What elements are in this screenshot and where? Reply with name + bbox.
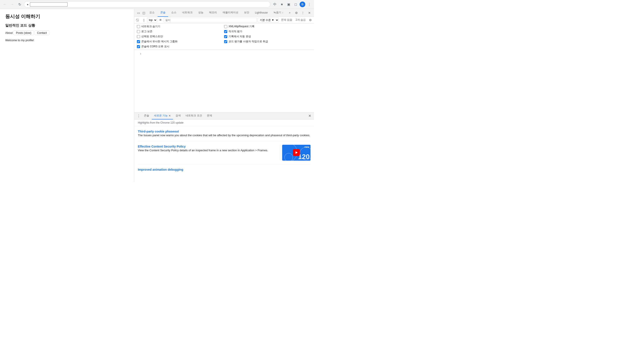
search-icon[interactable]: ◫ bbox=[142, 10, 147, 16]
youtube-thumbnail[interactable]: new 120 bbox=[282, 145, 311, 161]
article-csp: Effective Content Security Policy View t… bbox=[134, 141, 314, 164]
device-toggle-icon[interactable]: ▭ bbox=[136, 10, 141, 16]
article-1-body: The Issues panel now warns you about the… bbox=[138, 133, 311, 138]
setting-xmlhttprequest[interactable]: XMLHttpRequest 기록 bbox=[224, 25, 312, 28]
tab-security[interactable]: 보안 bbox=[241, 9, 252, 17]
contact-button[interactable]: Contact bbox=[35, 30, 49, 35]
setting-selected-context[interactable]: 선택된 컨텍스트만 bbox=[137, 35, 224, 38]
tab-network[interactable]: 네트워크 bbox=[179, 9, 195, 17]
lock-icon: ● bbox=[27, 3, 29, 6]
more-devtools-icon[interactable]: ⋮ bbox=[300, 10, 306, 16]
drawer-tab-issues[interactable]: 문제 bbox=[205, 112, 214, 119]
eager-eval-checkbox[interactable] bbox=[224, 30, 227, 33]
autocomplete-history-checkbox[interactable] bbox=[224, 35, 227, 38]
avatar[interactable]: G bbox=[300, 1, 305, 7]
extensions-icon[interactable]: ▣ bbox=[286, 1, 292, 7]
preserve-log-checkbox[interactable] bbox=[137, 30, 140, 33]
more-menu-icon[interactable]: ⋮ bbox=[306, 1, 312, 7]
tab-memory[interactable]: 메모리 bbox=[207, 9, 220, 17]
setting-autocomplete-history[interactable]: 기록에서 자동 완성 bbox=[224, 35, 312, 38]
reload-button[interactable]: ↻ bbox=[16, 1, 23, 7]
setting-hide-network[interactable]: 네트워크 숨기기 bbox=[137, 25, 224, 28]
clear-console-icon[interactable]: ⃠ bbox=[136, 18, 141, 22]
article-3-title[interactable]: Improved animation debugging bbox=[138, 168, 183, 171]
drawer-tab-close-icon[interactable]: ✕ bbox=[168, 114, 171, 117]
youtube-new-badge: new bbox=[305, 146, 309, 148]
level-select[interactable]: 기본 수준 ▼ bbox=[258, 18, 279, 22]
bottom-drawer: ⋮ 콘솔 새로운 기능 ✕ 검색 네트워크 조건 문제 ✕ Highlights… bbox=[134, 112, 314, 182]
page-content: 동시성 이해하기 일반적인 코드 상황 About Posts (slow) C… bbox=[0, 9, 134, 182]
treat-evals-checkbox[interactable] bbox=[224, 40, 227, 43]
tab-console[interactable]: 콘솔 bbox=[158, 9, 168, 17]
drawer-tab-network-conditions[interactable]: 네트워크 조건 bbox=[183, 112, 204, 119]
drawer-tab-whats-new[interactable]: 새로운 기능 ✕ bbox=[152, 112, 173, 119]
article-2-title[interactable]: Effective Content Security Policy bbox=[138, 145, 186, 148]
drawer-tab-search[interactable]: 검색 bbox=[173, 112, 183, 119]
console-toolbar: ⃠ ▯ top 👁 기본 수준 ▼ 문제 없음 2개 숨김 ⚙ bbox=[134, 17, 314, 23]
article-3-text: Improved animation debugging bbox=[138, 168, 311, 171]
tab-performance[interactable]: 성능 bbox=[196, 9, 206, 17]
article-cookie-phaseout: Third-party cookie phaseout The Issues p… bbox=[134, 126, 314, 141]
bookmark-icon[interactable]: ★ bbox=[279, 1, 285, 7]
article-1-title[interactable]: Third-party cookie phaseout bbox=[138, 130, 179, 133]
expand-settings-icon[interactable]: › bbox=[138, 51, 143, 56]
tab-application[interactable]: 애플리케이션 bbox=[220, 9, 241, 17]
close-drawer-icon[interactable]: ✕ bbox=[307, 113, 312, 119]
setting-cors-errors[interactable]: 콘솔에 CORS 오류 표시 bbox=[137, 45, 224, 48]
drawer-content: Highlights from the Chrome 120 update Th… bbox=[134, 119, 314, 182]
issues-label[interactable]: 문제 없음 bbox=[280, 18, 294, 22]
setting-preserve-log[interactable]: 로그 보존 bbox=[137, 30, 224, 33]
settings-col-left: 네트워크 숨기기 로그 보존 선택된 컨텍스트만 콘솔에서 유사한 메시지 그룹… bbox=[137, 25, 224, 48]
highlights-label: Highlights from the Chrome 120 update bbox=[134, 119, 314, 126]
drawer-tab-console[interactable]: 콘솔 bbox=[142, 112, 151, 119]
console-gear-icon[interactable]: ⚙ bbox=[308, 18, 313, 22]
xmlhttprequest-checkbox[interactable] bbox=[224, 25, 227, 28]
eye-icon[interactable]: 👁 bbox=[158, 18, 163, 22]
split-view-icon[interactable]: ◻ bbox=[293, 1, 299, 7]
forward-button[interactable]: → bbox=[9, 1, 15, 7]
tab-more[interactable]: » bbox=[286, 9, 293, 17]
context-select[interactable]: top bbox=[147, 18, 157, 22]
youtube-play-icon[interactable] bbox=[293, 149, 300, 156]
page-title: 동시성 이해하기 bbox=[5, 13, 129, 20]
posts-slow-button[interactable]: Posts (slow) bbox=[13, 30, 34, 35]
page-subtitle: 일반적인 코드 상황 bbox=[5, 23, 129, 28]
devtools-toolbar: ▭ ◫ 요소 콘솔 소스 네트워크 성능 메모리 애플리케이션 보안 Light… bbox=[134, 9, 314, 17]
settings-expand-row: › bbox=[134, 50, 314, 57]
settings-icon[interactable]: ⚙ bbox=[294, 10, 299, 16]
console-settings: 네트워크 숨기기 로그 보존 선택된 컨텍스트만 콘솔에서 유사한 메시지 그룹… bbox=[134, 23, 314, 50]
drawer-menu-icon[interactable]: ⋮ bbox=[136, 113, 141, 119]
back-button[interactable]: ← bbox=[2, 1, 8, 7]
article-2-body: View the Content Security Policy details… bbox=[138, 148, 279, 152]
tab-sources[interactable]: 소스 bbox=[168, 9, 179, 17]
selected-context-checkbox[interactable] bbox=[137, 35, 140, 38]
tab-recorder[interactable]: 녹음기 ↓ bbox=[271, 9, 286, 17]
nav-links: About Posts (slow) Contact bbox=[5, 30, 129, 35]
setting-treat-evals[interactable]: 코드 평가를 사용자 작업으로 취급 bbox=[224, 40, 312, 43]
article-2-text: Effective Content Security Policy View t… bbox=[138, 145, 279, 161]
hide-network-checkbox[interactable] bbox=[137, 25, 140, 28]
translate-icon[interactable]: 中 bbox=[272, 1, 278, 7]
setting-group-similar[interactable]: 콘솔에서 유사한 메시지 그룹화 bbox=[137, 40, 224, 43]
issues-count[interactable]: 2개 숨김 bbox=[294, 18, 307, 22]
url-input[interactable]: localhost:5173 bbox=[30, 2, 68, 6]
filter-icon[interactable]: ▯ bbox=[141, 18, 146, 22]
about-label: About bbox=[5, 31, 13, 34]
group-similar-checkbox[interactable] bbox=[137, 40, 140, 43]
devtools-panel: ▭ ◫ 요소 콘솔 소스 네트워크 성능 메모리 애플리케이션 보안 Light… bbox=[134, 9, 314, 182]
setting-eager-evaluation[interactable]: 적극적 평가 bbox=[224, 30, 312, 33]
article-1-text: Third-party cookie phaseout The Issues p… bbox=[138, 130, 311, 138]
tab-elements[interactable]: 요소 bbox=[147, 9, 157, 17]
welcome-text: Welcome to my profile! bbox=[5, 39, 129, 42]
address-bar[interactable]: ● localhost:5173 bbox=[24, 1, 270, 7]
drawer-tabs: ⋮ 콘솔 새로운 기능 ✕ 검색 네트워크 조건 문제 ✕ bbox=[134, 112, 314, 119]
tab-lighthouse[interactable]: Lighthouse bbox=[252, 9, 270, 17]
settings-col-right: XMLHttpRequest 기록 적극적 평가 기록에서 자동 완성 코드 평… bbox=[224, 25, 312, 48]
close-devtools-icon[interactable]: ✕ bbox=[307, 10, 312, 16]
article-animation: Improved animation debugging bbox=[134, 164, 314, 175]
cors-errors-checkbox[interactable] bbox=[137, 45, 140, 48]
filter-input[interactable] bbox=[164, 18, 257, 22]
console-content bbox=[134, 57, 314, 112]
